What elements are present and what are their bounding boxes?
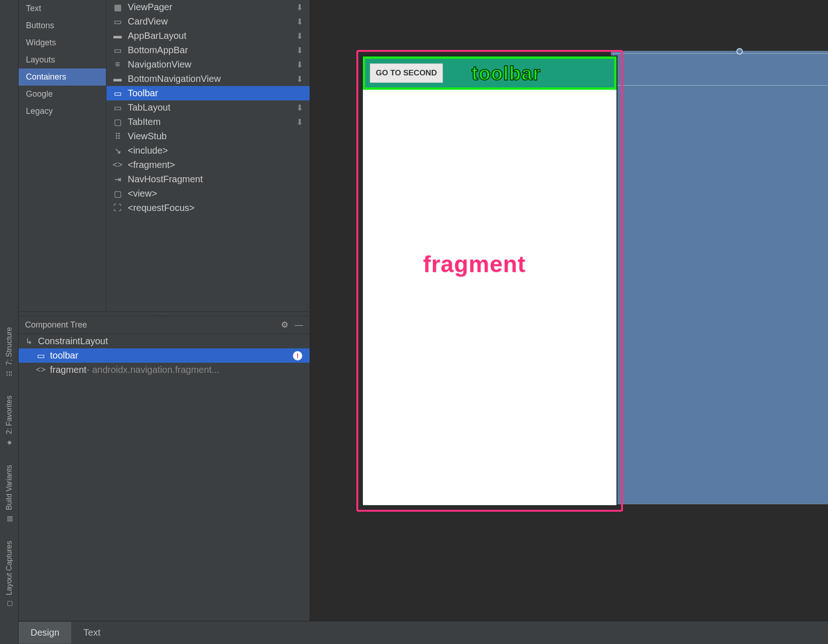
palette: TextButtonsWidgetsLayoutsContainersGoogl… — [19, 0, 310, 311]
go-to-second-button[interactable]: GO TO SECOND — [370, 63, 443, 83]
layout-captures-tab[interactable]: ▢ Layout Captures — [3, 532, 15, 616]
palette-category-layouts[interactable]: Layouts — [19, 51, 106, 68]
palette-item-label: Toolbar — [128, 88, 158, 99]
view-icon: ▢ — [112, 189, 123, 199]
tree-fragment-label: fragment — [50, 365, 87, 375]
tool-window-strip: ☷ 7: Structure ★ 2: Favorites ▤ Build Va… — [0, 0, 19, 644]
appbarlayout-icon: ▬ — [112, 31, 123, 41]
download-icon[interactable]: ⬇ — [296, 2, 303, 12]
download-icon[interactable]: ⬇ — [296, 60, 303, 70]
palette-item-include[interactable]: ↘<include> — [106, 143, 310, 158]
left-panel: TextButtonsWidgetsLayoutsContainersGoogl… — [19, 0, 310, 621]
palette-item-label: CardView — [128, 16, 168, 27]
palette-category-google[interactable]: Google — [19, 86, 106, 103]
device-preview[interactable]: GO TO SECOND toolbar fragment — [356, 50, 623, 512]
design-canvas[interactable]: GO TO SECOND toolbar fragment — [310, 0, 828, 621]
palette-category-text[interactable]: Text — [19, 0, 106, 17]
palette-item-toolbar[interactable]: ▭Toolbar — [106, 86, 310, 100]
toolbar-icon: ▭ — [112, 88, 123, 99]
palette-item-label: <include> — [128, 145, 168, 156]
download-icon[interactable]: ⬇ — [296, 103, 303, 113]
navigationview-icon: ≡ — [112, 60, 123, 69]
editor-tabs: Design Text — [19, 621, 828, 644]
structure-tab[interactable]: ☷ 7: Structure — [3, 318, 15, 387]
download-icon[interactable]: ⬇ — [296, 74, 303, 84]
panel-divider[interactable]: ┄┄┄┄ — [19, 311, 310, 316]
gear-icon[interactable]: ⚙ — [281, 320, 288, 330]
star-icon: ★ — [6, 439, 13, 446]
tree-toolbar-label: toolbar — [50, 350, 78, 361]
tab-text[interactable]: Text — [71, 622, 112, 644]
palette-item-fragment[interactable]: <><fragment> — [106, 158, 310, 172]
structure-label: 7: Structure — [5, 327, 13, 365]
palette-item-label: BottomNavigationView — [128, 74, 221, 84]
include-icon: ↘ — [112, 146, 123, 156]
tree-root-constraintlayout[interactable]: ↳ ConstraintLayout — [19, 334, 310, 348]
download-icon[interactable]: ⬇ — [296, 45, 303, 56]
viewstub-icon: ⠿ — [112, 131, 123, 142]
palette-item-label: NavHostFragment — [128, 174, 203, 185]
palette-item-label: <fragment> — [128, 160, 175, 170]
palette-categories: TextButtonsWidgetsLayoutsContainersGoogl… — [19, 0, 106, 311]
tree-item-fragment[interactable]: <> fragment - androidx.navigation.fragme… — [19, 363, 310, 377]
toolbar-icon: ▭ — [35, 351, 46, 361]
device-screen: GO TO SECOND toolbar fragment — [362, 56, 617, 506]
palette-item-navigationview[interactable]: ≡NavigationView⬇ — [106, 57, 310, 72]
palette-category-containers[interactable]: Containers — [19, 68, 106, 86]
fragment-icon: <> — [35, 365, 46, 375]
palette-item-viewstub[interactable]: ⠿ViewStub — [106, 129, 310, 143]
warning-icon[interactable]: ! — [293, 351, 302, 360]
palette-category-legacy[interactable]: Legacy — [19, 103, 106, 120]
fragment-icon: <> — [112, 160, 123, 170]
bottomappbar-icon: ▭ — [112, 45, 123, 56]
tree-fragment-suffix: - androidx.navigation.fragment... — [87, 365, 219, 375]
palette-item-label: ViewStub — [128, 131, 167, 142]
structure-icon: ☷ — [6, 370, 13, 377]
tree-root-label: ConstraintLayout — [38, 336, 108, 347]
palette-item-requestfocus[interactable]: ⛶<requestFocus> — [106, 201, 310, 215]
tab-design[interactable]: Design — [19, 622, 71, 644]
download-icon[interactable]: ⬇ — [296, 117, 303, 127]
captures-icon: ▢ — [6, 600, 13, 607]
palette-item-label: TabItem — [128, 117, 161, 127]
blueprint-toolbar-outline[interactable] — [613, 53, 828, 86]
favorites-label: 2: Favorites — [5, 396, 13, 434]
palette-item-bottomappbar[interactable]: ▭BottomAppBar⬇ — [106, 43, 310, 57]
palette-item-appbarlayout[interactable]: ▬AppBarLayout⬇ — [106, 29, 310, 43]
constraint-handle[interactable] — [736, 48, 743, 55]
palette-item-bottomnavigationview[interactable]: ▬BottomNavigationView⬇ — [106, 72, 310, 86]
palette-item-viewpager[interactable]: ▦ViewPager⬇ — [106, 0, 310, 14]
tabitem-icon: ▢ — [112, 117, 123, 127]
palette-item-label: AppBarLayout — [128, 31, 187, 41]
palette-item-tabitem[interactable]: ▢TabItem⬇ — [106, 115, 310, 129]
download-icon[interactable]: ⬇ — [296, 31, 303, 41]
tree-item-toolbar[interactable]: ▭ toolbar ! — [19, 348, 310, 363]
navhostfragment-icon: ⇥ — [112, 174, 123, 185]
build-variants-tab[interactable]: ▤ Build Variants — [3, 456, 15, 532]
palette-category-widgets[interactable]: Widgets — [19, 34, 106, 51]
annotation-fragment: fragment — [423, 251, 526, 278]
tablayout-icon: ▭ — [112, 103, 123, 113]
download-icon[interactable]: ⬇ — [296, 17, 303, 27]
favorites-tab[interactable]: ★ 2: Favorites — [3, 386, 15, 456]
palette-item-view[interactable]: ▢<view> — [106, 186, 310, 201]
palette-item-cardview[interactable]: ▭CardView⬇ — [106, 14, 310, 29]
palette-item-label: NavigationView — [128, 59, 192, 70]
palette-item-tablayout[interactable]: ▭TabLayout⬇ — [106, 100, 310, 115]
palette-item-label: TabLayout — [128, 102, 170, 113]
palette-item-navhostfragment[interactable]: ⇥NavHostFragment — [106, 172, 310, 186]
palette-item-label: <requestFocus> — [128, 203, 195, 213]
viewpager-icon: ▦ — [112, 2, 123, 12]
component-tree-header: Component Tree ⚙ — — [19, 316, 310, 334]
component-tree-title: Component Tree — [25, 320, 87, 330]
preview-toolbar[interactable]: GO TO SECOND toolbar — [363, 56, 616, 90]
variants-icon: ▤ — [6, 515, 13, 522]
layout-captures-label: Layout Captures — [5, 541, 13, 595]
blueprint-view[interactable] — [611, 51, 828, 504]
palette-widgets: ▦ViewPager⬇▭CardView⬇▬AppBarLayout⬇▭Bott… — [106, 0, 310, 311]
collapse-icon[interactable]: — — [295, 320, 303, 330]
component-tree: ↳ ConstraintLayout ▭ toolbar ! <> fragme… — [19, 334, 310, 621]
palette-item-label: ViewPager — [128, 2, 172, 12]
bottomnavigationview-icon: ▬ — [112, 74, 123, 84]
palette-category-buttons[interactable]: Buttons — [19, 17, 106, 34]
